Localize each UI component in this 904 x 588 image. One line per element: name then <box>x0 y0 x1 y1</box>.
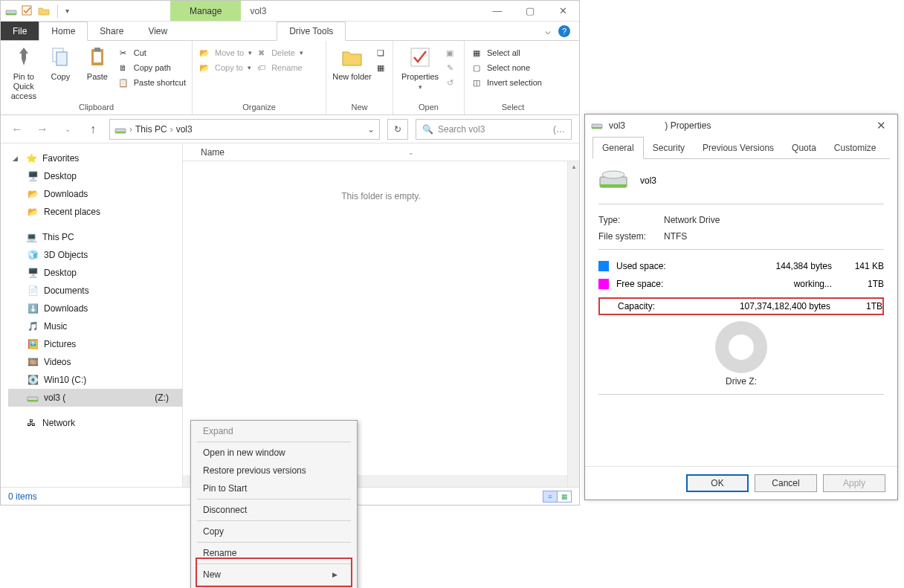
cancel-button[interactable]: Cancel <box>755 474 817 492</box>
ctx-copy[interactable]: Copy <box>193 523 355 540</box>
address-dropdown-icon[interactable]: ⌄ <box>367 124 375 135</box>
breadcrumb-this-pc[interactable]: This PC <box>135 124 167 135</box>
apply-button[interactable]: Apply <box>823 474 885 492</box>
tree-documents[interactable]: 📄Documents <box>8 282 182 300</box>
copy-to-button[interactable]: 📂Copy to <box>198 62 252 74</box>
help-icon[interactable]: ? <box>558 25 570 37</box>
navigation-bar: ← → ⌄ ↑ › This PC › vol3 ⌄ ↻ 🔍 Search vo… <box>1 115 579 143</box>
pin-quick-access-button[interactable]: Pin to Quick access <box>7 44 41 102</box>
properties-close-button[interactable]: ✕ <box>871 119 891 132</box>
paste-shortcut-icon: 📋 <box>117 77 129 88</box>
ribbon-group-clipboard: Pin to Quick access Copy Paste ✂Cut 🗎Cop… <box>1 41 193 114</box>
svg-rect-12 <box>28 400 38 401</box>
tree-recent[interactable]: 📂Recent places <box>8 203 182 221</box>
ok-button[interactable]: OK <box>686 474 749 492</box>
new-item-button[interactable]: ❏ <box>375 47 387 59</box>
ribbon-collapse-icon[interactable]: ⌵ <box>545 25 551 36</box>
qat-overflow-icon[interactable]: ▾ <box>65 7 69 15</box>
prop-tab-previous[interactable]: Previous Versions <box>694 137 783 158</box>
ctx-open-new-window[interactable]: Open in new window <box>193 444 355 462</box>
tree-downloads[interactable]: 📂Downloads <box>8 185 182 203</box>
rename-button[interactable]: 🏷Rename <box>255 62 303 74</box>
tree-3d-objects[interactable]: 🧊3D Objects <box>8 246 182 264</box>
navigation-tree[interactable]: ◢⭐Favorites 🖥️Desktop 📂Downloads 📂Recent… <box>1 143 183 487</box>
svg-rect-16 <box>600 184 627 187</box>
folder-icon[interactable] <box>38 5 50 17</box>
breadcrumb-vol3[interactable]: vol3 <box>176 124 193 135</box>
icons-view-button[interactable]: ▦ <box>557 491 572 503</box>
view-mode-buttons: ≡ ▦ <box>543 491 572 503</box>
ctx-pin-start[interactable]: Pin to Start <box>193 479 355 497</box>
close-button[interactable]: ✕ <box>546 1 579 22</box>
delete-button[interactable]: ✖Delete <box>255 47 303 59</box>
invert-selection-button[interactable]: ◫Invert selection <box>471 77 542 88</box>
prop-tab-quota[interactable]: Quota <box>783 137 825 158</box>
minimize-button[interactable]: — <box>481 1 514 22</box>
ctx-restore-previous[interactable]: Restore previous versions <box>193 462 355 479</box>
tree-network[interactable]: 🖧Network <box>8 414 182 432</box>
tree-favorites[interactable]: ◢⭐Favorites <box>8 149 182 167</box>
downloads-icon: ⬇️ <box>26 302 39 315</box>
tree-vol3-z[interactable]: vol3 ( (Z:) <box>8 389 182 407</box>
move-to-button[interactable]: 📂Move to <box>198 47 252 59</box>
up-button[interactable]: ↑ <box>84 120 102 138</box>
column-header[interactable]: Name⌄ <box>183 143 579 161</box>
copy-button[interactable]: Copy <box>44 44 78 82</box>
contextual-tab-manage[interactable]: Manage <box>170 1 241 21</box>
refresh-button[interactable]: ↻ <box>387 119 408 140</box>
forward-button[interactable]: → <box>33 120 51 138</box>
recent-locations-button[interactable]: ⌄ <box>59 120 77 138</box>
tab-home[interactable]: Home <box>39 22 88 41</box>
address-bar[interactable]: › This PC › vol3 ⌄ <box>109 119 380 140</box>
svg-rect-10 <box>115 132 126 133</box>
context-menu: Expand Open in new window Restore previo… <box>190 420 358 588</box>
details-view-button[interactable]: ≡ <box>543 491 558 503</box>
tab-share[interactable]: Share <box>88 22 136 40</box>
tree-pictures[interactable]: 🖼️Pictures <box>8 335 182 353</box>
tree-music[interactable]: 🎵Music <box>8 317 182 335</box>
new-folder-button[interactable]: New folder <box>332 44 372 82</box>
cut-button[interactable]: ✂Cut <box>117 47 186 59</box>
prop-tab-general[interactable]: General <box>593 137 644 159</box>
tree-desktop2[interactable]: 🖥️Desktop <box>8 264 182 282</box>
svg-rect-1 <box>6 13 16 15</box>
maximize-button[interactable]: ▢ <box>514 1 546 22</box>
copy-path-button[interactable]: 🗎Copy path <box>117 62 186 74</box>
paste-button[interactable]: Paste <box>80 44 114 82</box>
ctx-expand[interactable]: Expand <box>193 422 355 440</box>
tree-videos[interactable]: 🎞️Videos <box>8 353 182 371</box>
volume-name-input[interactable] <box>640 174 884 188</box>
back-button[interactable]: ← <box>8 120 26 138</box>
vertical-scrollbar[interactable] <box>567 161 579 487</box>
prop-free-space-row: Free space: working... 1TB <box>598 275 884 293</box>
open-button[interactable]: ▣ <box>444 47 456 59</box>
history-button[interactable]: ↺ <box>444 77 456 88</box>
this-pc-icon: 💻 <box>25 230 38 244</box>
edit-button[interactable]: ✎ <box>444 62 456 74</box>
tab-view[interactable]: View <box>136 22 180 40</box>
search-box[interactable]: 🔍 Search vol3 (… <box>416 119 572 140</box>
tree-this-pc[interactable]: 💻This PC <box>8 228 182 246</box>
prop-tab-customize[interactable]: Customize <box>825 137 885 158</box>
paste-shortcut-button[interactable]: 📋Paste shortcut <box>117 77 186 88</box>
easy-access-button[interactable]: ▦ <box>375 62 387 74</box>
tree-downloads2[interactable]: ⬇️Downloads <box>8 300 182 317</box>
open-icon: ▣ <box>444 47 456 59</box>
properties-tabs: General Security Previous Versions Quota… <box>593 137 890 159</box>
ribbon-group-organize: 📂Move to 📂Copy to ✖Delete 🏷Rename Organi… <box>193 41 326 114</box>
checkbox-icon[interactable] <box>22 5 33 17</box>
properties-ribbon-button[interactable]: Properties <box>399 44 441 91</box>
select-all-button[interactable]: ▦Select all <box>471 47 542 59</box>
ctx-new[interactable]: New▶ <box>193 566 355 584</box>
tab-drive-tools[interactable]: Drive Tools <box>277 22 346 41</box>
select-none-button[interactable]: ▢Select none <box>471 62 542 74</box>
documents-icon: 📄 <box>26 284 39 297</box>
ctx-disconnect[interactable]: Disconnect <box>193 501 355 519</box>
tree-desktop[interactable]: 🖥️Desktop <box>8 167 182 185</box>
tab-file[interactable]: File <box>1 22 39 40</box>
ctx-rename[interactable]: Rename <box>193 544 355 562</box>
prop-tab-security[interactable]: Security <box>644 137 694 158</box>
used-swatch <box>598 261 609 271</box>
tree-win10-c[interactable]: 💽Win10 (C:) <box>8 371 182 389</box>
music-icon: 🎵 <box>26 320 39 333</box>
